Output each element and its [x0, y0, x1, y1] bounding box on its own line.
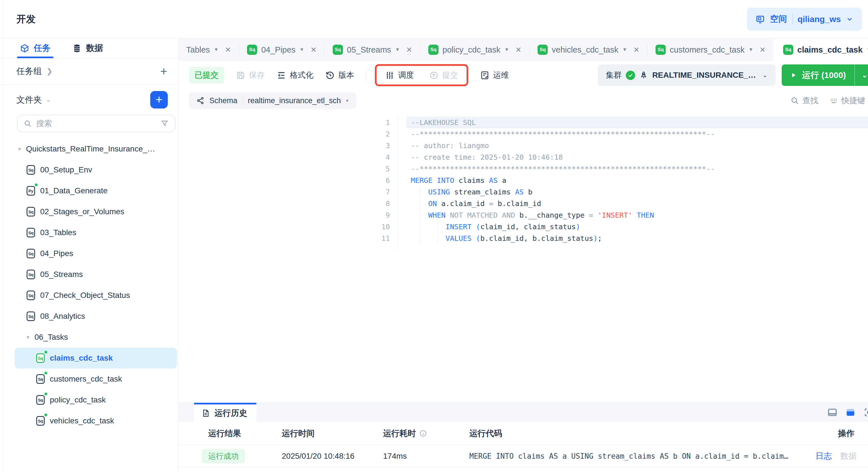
sql-file-icon: Sq — [247, 45, 257, 55]
workspace-name: qiliang_ws — [798, 14, 841, 24]
code-line[interactable]: 1--LAKEHOUSE SQL — [178, 117, 868, 128]
sql-file-icon: Sq — [783, 45, 793, 55]
run-button[interactable]: 运行 (1000) ⌄ — [782, 64, 868, 86]
tree-item-claims_cdc_task[interactable]: Sqclaims_cdc_task — [15, 348, 177, 369]
add-task-group-button[interactable]: + — [160, 66, 167, 77]
token: = — [589, 211, 593, 219]
schema-selector[interactable]: Schema realtime_insurance_etl_sch ▾ — [189, 93, 356, 109]
close-icon[interactable]: ✕ — [633, 45, 640, 54]
filter-icon[interactable] — [161, 120, 168, 128]
editor-tab-policy_cdc_task[interactable]: Sqpolicy_cdc_task▼✕ — [421, 38, 529, 61]
chevron-down-icon[interactable]: ▼ — [395, 47, 400, 53]
code-line[interactable]: 4-- create time: 2025-01-20 10:46:18 — [178, 151, 868, 163]
log-link[interactable]: 日志 — [815, 450, 832, 462]
tree-item-07_Check_Object_Status[interactable]: Sq07_Check_Object_Status — [0, 285, 178, 306]
data-link[interactable]: 数据 — [840, 450, 857, 462]
code-line[interactable]: 9 WHEN NOT MATCHED AND b.__change_type =… — [178, 209, 868, 221]
editor-tab-claims_cdc_task[interactable]: Sqclaims_cdc_task▼ — [774, 38, 868, 61]
sidebar-tab-data[interactable]: 数据 — [72, 38, 103, 58]
editor-tab-vehicles_cdc_task[interactable]: Sqvehicles_cdc_task▼✕ — [530, 38, 647, 61]
editor-tab-04_Pipes[interactable]: Sq04_Pipes▼✕ — [239, 38, 324, 61]
token: -- create time: 2025-01-20 10:46:18 — [411, 153, 563, 161]
token: --**************************************… — [411, 130, 715, 138]
tab-run-history[interactable]: 运行历史 — [194, 403, 256, 422]
code-line[interactable]: 8 ON a.claim_id = b.claim_id — [178, 198, 868, 209]
token: NOT MATCHED AND — [445, 211, 520, 219]
version-button[interactable]: 版本 — [326, 70, 354, 80]
close-icon[interactable]: ✕ — [406, 45, 412, 54]
chevron-down-icon[interactable]: ▼ — [504, 47, 509, 53]
tree-item-01_Data_Generate[interactable]: Py01_Data_Generate — [0, 180, 178, 201]
editor-tab-customers_cdc_task[interactable]: Sqcustomers_cdc_task▼✕ — [648, 38, 774, 61]
tree-item-06_Tasks[interactable]: ▾06_Tasks — [0, 327, 178, 348]
tree-item-00_Setup_Env[interactable]: Sq00_Setup_Env — [0, 159, 178, 180]
workspace-icon — [755, 14, 765, 24]
tab-label: vehicles_cdc_task — [552, 45, 618, 55]
tree-item-customers_cdc_task[interactable]: Sqcustomers_cdc_task — [0, 369, 178, 390]
close-icon[interactable]: ✕ — [225, 45, 231, 54]
search-box[interactable] — [17, 115, 176, 132]
find-button[interactable]: 查找 — [790, 95, 818, 106]
code-line[interactable]: 3-- author: liangmo — [178, 140, 868, 151]
format-button[interactable]: 格式化 — [277, 70, 313, 80]
code-text: INSERT (claim_id, claim_status) — [411, 221, 580, 233]
token: --**************************************… — [411, 165, 715, 173]
code-text: MERGE INTO claims AS a — [411, 175, 506, 186]
panel-collapse-icon[interactable] — [827, 407, 837, 417]
tree-item-03_Tables[interactable]: Sq03_Tables — [0, 222, 178, 243]
close-icon[interactable]: ✕ — [760, 45, 766, 54]
token: ; — [597, 234, 602, 242]
run-main[interactable]: 运行 (1000) — [782, 70, 855, 81]
add-file-button[interactable]: + — [150, 91, 168, 108]
workspace-label: 空间 — [770, 13, 787, 25]
token: ON — [428, 199, 437, 208]
chevron-down-icon[interactable]: ▼ — [867, 47, 868, 53]
code-editor[interactable]: 1--LAKEHOUSE SQL2--*********************… — [178, 112, 868, 402]
submit-button[interactable]: 提交 — [429, 70, 458, 80]
code-line[interactable]: 10 INSERT (claim_id, claim_status) — [178, 221, 868, 233]
code-line[interactable]: 7 USING stream_claims AS b — [178, 186, 868, 198]
code-line[interactable]: 11 VALUES (b.claim_id, b.claim_status); — [178, 233, 868, 244]
chevron-down-icon[interactable]: ▼ — [214, 47, 219, 53]
tab-label: customers_cdc_task — [670, 45, 744, 55]
close-icon[interactable]: ✕ — [310, 45, 317, 54]
folder-row[interactable]: 文件夹 ⌄ + — [0, 85, 178, 115]
editor-tab-Tables[interactable]: Tables▼✕ — [178, 38, 239, 61]
chevron-down-icon[interactable]: ▼ — [622, 47, 627, 53]
code-line[interactable]: 5--*************************************… — [178, 163, 868, 175]
tree-item-08_Analytics[interactable]: Sq08_Analytics — [0, 306, 178, 327]
ops-button[interactable]: 运维 — [480, 70, 509, 80]
info-icon[interactable] — [419, 430, 427, 437]
file-tree: ▾Quickstarts_RealTime_Insurance_…Sq00_Se… — [0, 132, 178, 472]
chevron-down-icon[interactable]: ▼ — [749, 47, 753, 53]
sidebar-tab-tasks[interactable]: 任务 — [20, 38, 51, 58]
run-time-cell: 2025/01/20 10:48:16 — [282, 452, 383, 461]
panel-expand-icon[interactable] — [845, 407, 856, 417]
search-input[interactable] — [36, 119, 156, 128]
caret-down-icon: ▾ — [27, 334, 29, 341]
tree-item-05_Streams[interactable]: Sq05_Streams — [0, 264, 178, 285]
task-group-row[interactable]: 任务组 ❯ + — [0, 58, 178, 85]
editor-tab-05_Streams[interactable]: Sq05_Streams▼✕ — [325, 38, 420, 61]
chevron-down-icon[interactable]: ▼ — [299, 47, 304, 53]
tree-item-04_Pipes[interactable]: Sq04_Pipes — [0, 243, 178, 264]
workspace-selector[interactable]: 空间 qiliang_ws — [747, 8, 862, 31]
tree-item-02_Stages_or_Volumes[interactable]: Sq02_Stages_or_Volumes — [0, 201, 178, 222]
tree-item-Quickstarts_RealTime_Insurance_…[interactable]: ▾Quickstarts_RealTime_Insurance_… — [0, 138, 178, 159]
fullscreen-icon[interactable] — [864, 407, 868, 417]
code-line[interactable]: 2--*************************************… — [178, 128, 868, 140]
schedule-button[interactable]: 调度 — [385, 70, 414, 80]
tree-item-policy_cdc_task[interactable]: Sqpolicy_cdc_task — [0, 390, 178, 410]
close-icon[interactable]: ✕ — [516, 45, 522, 54]
cluster-selector[interactable]: 集群 REALTIME_INSURANCE_ETL_… ⌄ — [598, 64, 775, 86]
file-type-badge: Py — [27, 186, 35, 196]
divider — [366, 69, 366, 81]
run-options-chevron[interactable]: ⌄ — [855, 71, 868, 79]
code-line[interactable]: 6MERGE INTO claims AS a — [178, 175, 868, 186]
save-button[interactable]: 保存 — [236, 70, 265, 80]
file-type-badge: Sq — [27, 228, 35, 237]
tree-item-vehicles_cdc_task[interactable]: Sqvehicles_cdc_task — [0, 410, 178, 431]
page-title: 开发 — [17, 13, 36, 26]
line-number: 6 — [178, 175, 390, 186]
shortcuts-button[interactable]: 快捷键 — [830, 95, 865, 106]
